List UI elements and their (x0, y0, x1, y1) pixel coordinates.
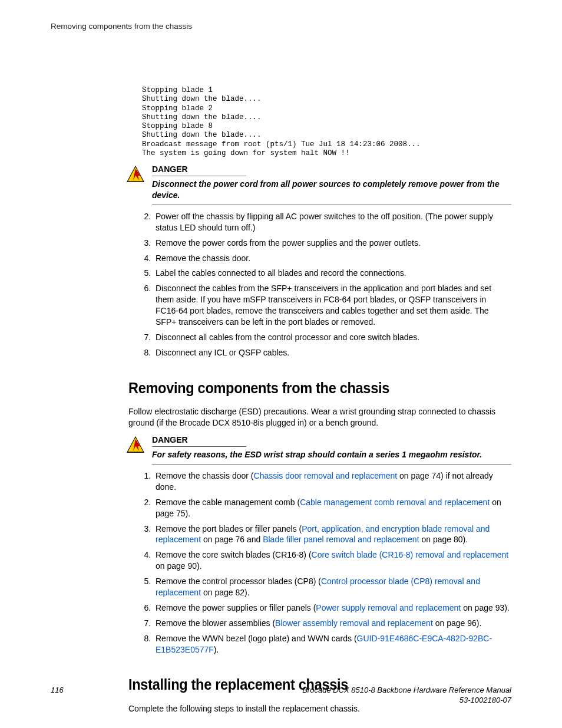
danger-label: DANGER (152, 164, 246, 176)
step-item: Disconnect all cables from the control p… (153, 332, 511, 343)
page-footer: 116 Brocade DCX 8510-8 Backbone Hardware… (51, 685, 511, 706)
step-item: Remove the blower assemblies (Blower ass… (153, 618, 511, 629)
danger-callout-2: DANGER For safety reasons, the ESD wrist… (126, 434, 511, 465)
procedure-steps-a: Power off the chassis by flipping all AC… (139, 211, 511, 358)
danger-label: DANGER (152, 434, 246, 447)
procedure-steps-b: Remove the chassis door (Chassis door re… (139, 470, 511, 655)
step-item: Remove the chassis door. (153, 253, 511, 264)
danger-icon (126, 436, 145, 456)
section-intro: Follow electrostatic discharge (ESD) pre… (128, 406, 511, 429)
step-item: Remove the port blades or filler panels … (153, 523, 511, 546)
step-item: Remove the power cords from the power su… (153, 238, 511, 249)
manual-title: Brocade DCX 8510-8 Backbone Hardware Ref… (302, 685, 511, 696)
step-item: Remove the chassis door (Chassis door re… (153, 470, 511, 493)
doc-number: 53-1002180-07 (302, 695, 511, 706)
step-item: Disconnect any ICL or QSFP cables. (153, 347, 511, 358)
step-item: Remove the control processor blades (CP8… (153, 576, 511, 598)
step-item: Disconnect the cables from the SFP+ tran… (153, 283, 511, 328)
step-item: Remove the cable management comb (Cable … (153, 497, 511, 519)
step-item: Remove the core switch blades (CR16-8) (… (153, 549, 511, 572)
danger-callout-1: DANGER Disconnect the power cord from al… (126, 164, 511, 205)
xref-link[interactable]: Cable management comb removal and replac… (300, 498, 490, 507)
running-header: Removing components from the chassis (51, 21, 511, 32)
step-item: Remove the WWN bezel (logo plate) and WW… (153, 633, 511, 655)
danger-body: Disconnect the power cord from all power… (152, 179, 511, 205)
xref-link[interactable]: Blade filler panel removal and replaceme… (263, 535, 419, 544)
xref-link[interactable]: Blower assembly removal and replacement (275, 618, 433, 628)
danger-icon (126, 165, 145, 186)
step-item: Label the cables connected to all blades… (153, 268, 511, 279)
xref-link[interactable]: Chassis door removal and replacement (254, 471, 398, 480)
section-heading-removing: Removing components from the chassis (128, 378, 488, 398)
terminal-output: Stopping blade 1 Shutting down the blade… (142, 86, 511, 158)
page-number: 116 (51, 685, 64, 706)
step-item: Power off the chassis by flipping all AC… (153, 211, 511, 233)
danger-body: For safety reasons, the ESD wrist strap … (152, 449, 511, 465)
step-item: Remove the power supplies or filler pane… (153, 602, 511, 614)
xref-link[interactable]: Power supply removal and replacement (316, 603, 461, 612)
xref-link[interactable]: Core switch blade (CR16-8) removal and r… (312, 550, 509, 559)
